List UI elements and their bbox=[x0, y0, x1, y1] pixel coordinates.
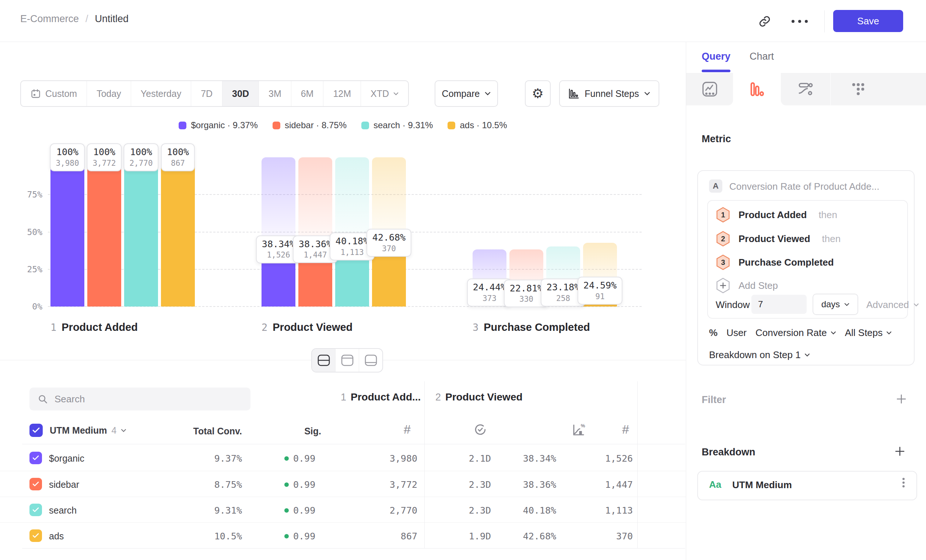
row-step2-time: 2.3D bbox=[432, 479, 491, 490]
row-checkbox[interactable] bbox=[29, 478, 42, 490]
bar-count: 3,980 bbox=[56, 159, 79, 168]
step-event-name: Purchase Completed bbox=[738, 257, 834, 268]
bar-value-label: 100%3,772 bbox=[86, 143, 121, 171]
layout-toggle bbox=[311, 348, 383, 372]
layout-chart-only-button[interactable] bbox=[336, 349, 359, 372]
breakdown-column-header[interactable]: UTM Medium 4 bbox=[50, 424, 126, 437]
scope-label: All Steps bbox=[845, 327, 883, 339]
svg-text:%: % bbox=[581, 423, 585, 428]
query-step-3[interactable]: 3Purchase Completed bbox=[716, 254, 834, 271]
row-step2-count: 370 bbox=[566, 531, 633, 542]
layout-table-only-button[interactable] bbox=[359, 349, 382, 372]
window-value-input[interactable] bbox=[751, 295, 806, 314]
funnel-report-page: E-Commerce / Untitled Save CustomTodayYe… bbox=[0, 0, 926, 560]
report-type-insights[interactable] bbox=[686, 73, 733, 105]
table-col-divider bbox=[424, 381, 425, 548]
step-number: 1 bbox=[341, 392, 346, 403]
bar-pct: 42.68% bbox=[372, 232, 406, 244]
advanced-label: Advanced bbox=[866, 299, 909, 310]
funnel-bar[interactable] bbox=[161, 157, 195, 307]
measurement-scope-select[interactable]: All Steps bbox=[845, 327, 892, 339]
report-type-retention[interactable] bbox=[831, 73, 926, 105]
table-header-divider bbox=[22, 444, 685, 444]
window-label: Window bbox=[716, 299, 750, 310]
step2-time-metric-icon[interactable] bbox=[474, 423, 487, 436]
link-icon bbox=[758, 15, 771, 28]
bar-pct: 24.44% bbox=[473, 282, 506, 294]
row-checkbox[interactable] bbox=[29, 452, 42, 464]
step-hexagon-badge: 2 bbox=[716, 231, 731, 247]
table-row[interactable]: sidebar8.75%0.993,7722.3D38.36%1,447 bbox=[0, 471, 686, 497]
funnel-bar[interactable] bbox=[124, 157, 158, 307]
step2-count-metric-icon[interactable]: # bbox=[622, 422, 629, 437]
breakdown-item-menu[interactable] bbox=[902, 476, 905, 489]
svg-text:1: 1 bbox=[721, 211, 725, 219]
funnel-bar[interactable] bbox=[87, 157, 121, 307]
string-type-icon: Aa bbox=[709, 479, 721, 490]
check-icon bbox=[32, 427, 40, 433]
breakdown-on-step-select[interactable]: Breakdown on Step 1 bbox=[709, 349, 810, 361]
measurement-entity[interactable]: User bbox=[726, 327, 747, 339]
percent-icon: % bbox=[709, 327, 717, 339]
chart-step-label: 2Product Viewed bbox=[262, 321, 353, 333]
step-suffix: then bbox=[822, 233, 841, 245]
check-icon bbox=[32, 533, 39, 538]
add-breakdown-button[interactable] bbox=[894, 446, 905, 457]
y-axis-tick: 25% bbox=[15, 265, 42, 274]
breakdown-heading: Breakdown bbox=[702, 446, 755, 458]
bar-count: 2,770 bbox=[129, 159, 153, 168]
funnel-bars-icon bbox=[749, 81, 766, 98]
search-input[interactable] bbox=[54, 393, 242, 405]
bar-pct: 100% bbox=[167, 146, 189, 159]
bar-pct: 38.34% bbox=[262, 238, 295, 251]
advanced-toggle[interactable]: Advanced bbox=[866, 299, 919, 310]
save-button[interactable]: Save bbox=[833, 10, 903, 32]
breakdown-item[interactable] bbox=[697, 471, 917, 500]
query-step-2[interactable]: 2Product Viewedthen bbox=[716, 231, 841, 247]
tab-chart[interactable]: Chart bbox=[750, 51, 774, 62]
breakdown-column-label: UTM Medium bbox=[50, 425, 107, 436]
funnel-bar[interactable] bbox=[50, 157, 84, 307]
tab-query[interactable]: Query bbox=[702, 51, 731, 62]
row-checkbox[interactable] bbox=[29, 504, 42, 516]
header-divider bbox=[824, 10, 825, 32]
insights-icon bbox=[701, 81, 718, 98]
clock-check-icon bbox=[474, 423, 487, 436]
query-step-1[interactable]: 1Product Addedthen bbox=[716, 207, 837, 223]
report-type-flows[interactable] bbox=[781, 73, 830, 105]
bar-value-label: 100%3,980 bbox=[50, 143, 85, 171]
copy-link-button[interactable] bbox=[754, 11, 775, 32]
bar-count: 1,113 bbox=[336, 248, 369, 257]
breakdown-on-label: Breakdown on Step 1 bbox=[709, 349, 801, 361]
measurement-metric-select[interactable]: Conversion Rate bbox=[755, 327, 836, 339]
metric-heading: Metric bbox=[702, 133, 731, 145]
select-all-checkbox[interactable] bbox=[29, 424, 43, 437]
step-name: Purchase Completed bbox=[484, 321, 590, 333]
ellipsis-icon bbox=[791, 20, 808, 23]
metric-title[interactable]: Conversion Rate of Product Adde... bbox=[729, 181, 880, 192]
measurement-row: % User Conversion Rate All Steps bbox=[709, 327, 892, 339]
window-unit-select[interactable]: days bbox=[813, 294, 858, 315]
report-type-funnels[interactable] bbox=[733, 73, 781, 105]
bar-count: 1,447 bbox=[299, 250, 332, 260]
step2-conversion-metric-icon[interactable]: % bbox=[572, 423, 586, 437]
add-filter-button[interactable] bbox=[896, 394, 907, 404]
step1-count-metric-icon[interactable]: # bbox=[404, 422, 411, 437]
table-row[interactable]: search9.31%0.992,7702.3D40.18%1,113 bbox=[0, 496, 686, 523]
sig-value: 0.99 bbox=[293, 505, 315, 516]
total-conv-header: Total Conv. bbox=[168, 426, 242, 437]
search-icon bbox=[38, 394, 48, 404]
sig-value: 0.99 bbox=[293, 453, 315, 464]
table-row[interactable]: $organic9.37%0.993,9802.1D38.34%1,526 bbox=[0, 445, 686, 471]
add-step-button[interactable]: Add Step bbox=[716, 277, 778, 294]
flows-icon bbox=[797, 81, 814, 98]
row-checkbox[interactable] bbox=[29, 530, 42, 542]
more-options-button[interactable] bbox=[787, 11, 813, 32]
step-number: 3 bbox=[472, 322, 478, 333]
row-step1-count: 867 bbox=[336, 531, 417, 542]
layout-split-horizontal-icon bbox=[317, 354, 330, 366]
table-row[interactable]: ads10.5%0.998671.9D42.68%370 bbox=[0, 522, 686, 549]
hash-icon: # bbox=[404, 422, 411, 436]
layout-split-horizontal-button[interactable] bbox=[312, 349, 336, 372]
bar-value-label: 100%867 bbox=[161, 143, 195, 171]
